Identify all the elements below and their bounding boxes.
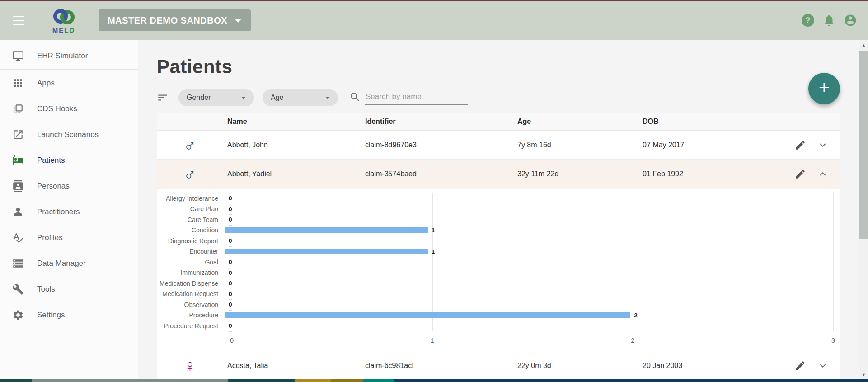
scroll-up-arrow-icon[interactable]: ▲ [859, 43, 868, 47]
patients-table: Name Identifier Age DOB ♂ Abbott, John c… [157, 113, 840, 381]
chart-row: Goal0 [157, 257, 840, 268]
menu-hamburger-icon[interactable] [11, 14, 26, 26]
chart-category-label: Condition [157, 226, 225, 234]
storage-icon [12, 258, 24, 269]
patient-name: Abbott, Yadiel [227, 170, 365, 178]
chart-category-label: Diagnostic Report [157, 237, 225, 245]
patient-identifier: claim-8d9670e3 [365, 141, 517, 149]
sidebar-item-label: Patients [37, 156, 65, 165]
chart-value-label: 2 [634, 312, 638, 319]
sidebar-item-label: EHR Simulator [37, 52, 88, 61]
chart-row: Procedure2 [157, 310, 840, 321]
sidebar-item-profiles[interactable]: Profiles [0, 225, 138, 250]
x-tick-label: 1 [431, 337, 434, 344]
patient-name: Acosta, Talia [227, 362, 365, 370]
column-header-dob: DOB [643, 118, 785, 126]
sandbox-selector-button[interactable]: MASTER DEMO SANDBOX [99, 9, 251, 31]
meld-wordmark: MELD [52, 26, 75, 34]
gear-icon [12, 309, 24, 321]
sidebar-item-settings[interactable]: Settings [0, 302, 138, 328]
sort-filter-icon[interactable] [157, 92, 169, 104]
meld-logo: MELD [45, 7, 82, 34]
collapse-row-icon[interactable] [817, 168, 829, 180]
row-actions [785, 360, 840, 372]
sidebar-item-apps[interactable]: Apps [0, 70, 138, 96]
help-icon[interactable]: ? [801, 14, 815, 27]
table-header-row: Name Identifier Age DOB [157, 113, 840, 131]
chart-bar [225, 249, 428, 254]
sidebar-item-label: Personas [37, 182, 70, 191]
chart-category-label: Procedure Request [157, 322, 225, 330]
column-header-age: Age [517, 118, 643, 126]
row-actions [785, 139, 840, 151]
chart-rows: Allergy Intolerance0Care Plan0Care Team0… [157, 193, 840, 331]
female-icon: ♀ [157, 357, 227, 374]
scrollbar-thumb[interactable] [859, 51, 868, 239]
patient-dob: 01 Feb 1992 [643, 170, 785, 178]
chart-row: Medication Dispense0 [157, 278, 840, 289]
chart-row: Allergy Intolerance0 [157, 193, 840, 204]
sandbox-caret-icon [235, 19, 242, 23]
edit-pencil-icon[interactable] [794, 360, 806, 372]
sidebar-item-practitioners[interactable]: Practitioners [0, 199, 138, 225]
sandbox-selector-label: MASTER DEMO SANDBOX [108, 15, 227, 26]
chart-value-label: 1 [432, 227, 435, 234]
gender-filter-dropdown[interactable]: Gender [178, 89, 254, 106]
chart-category-label: Immunization [157, 269, 225, 276]
bottom-color-strip [0, 379, 868, 382]
sidebar-item-tools[interactable]: Tools [0, 276, 138, 302]
chart-row: Immunization0 [157, 268, 840, 278]
chart-row: Diagnostic Report0 [157, 236, 840, 246]
chart-category-label: Encounter [157, 248, 225, 255]
search-input[interactable] [365, 90, 468, 105]
sidebar: EHR Simulator Apps CDS Hooks Launch Scen… [0, 40, 138, 382]
chart-row: Care Team0 [157, 214, 840, 225]
scroll-down-arrow-icon[interactable]: ▼ [859, 373, 868, 377]
account-icon[interactable] [844, 14, 857, 27]
chart-value-label: 0 [229, 322, 232, 329]
add-patient-button[interactable]: + [808, 73, 840, 104]
patient-row[interactable]: ♀ Acosta, Talia claim-6c981acf 22y 0m 3d… [157, 352, 840, 381]
patient-dob: 20 Jan 2003 [643, 362, 785, 370]
patient-age: 32y 11m 22d [517, 170, 643, 178]
topbar-actions: ? [801, 14, 868, 27]
chart-row: Procedure Request0 [157, 321, 840, 331]
sidebar-item-personas[interactable]: Personas [0, 173, 138, 199]
expand-row-icon[interactable] [817, 139, 829, 151]
patient-bed-icon [12, 155, 24, 166]
chart-category-label: Care Plan [157, 205, 225, 212]
edit-pencil-icon[interactable] [794, 168, 806, 180]
expand-row-icon[interactable] [817, 360, 829, 372]
chart-value-label: 0 [229, 195, 232, 202]
chart-value-label: 0 [229, 206, 232, 212]
sidebar-item-cds-hooks[interactable]: CDS Hooks [0, 96, 138, 122]
sidebar-item-label: Practitioners [37, 208, 80, 217]
sidebar-item-label: CDS Hooks [37, 104, 77, 113]
patient-name: Abbott, John [227, 141, 365, 149]
row-actions [785, 168, 840, 180]
chart-category-label: Medication Dispense [157, 280, 225, 287]
chevron-down-icon [239, 93, 249, 103]
chart-value-label: 0 [229, 237, 232, 244]
chart-category-label: Procedure [157, 311, 225, 319]
sidebar-item-ehr-simulator[interactable]: EHR Simulator [0, 43, 138, 69]
chart-value-label: 0 [229, 259, 232, 265]
notifications-bell-icon[interactable] [822, 14, 836, 27]
chart-category-label: Care Team [157, 216, 225, 223]
age-filter-dropdown[interactable]: Age [263, 89, 338, 106]
sidebar-item-label: Data Manager [37, 259, 86, 268]
sidebar-item-patients[interactable]: Patients [0, 147, 138, 173]
sidebar-item-launch-scenarios[interactable]: Launch Scenarios [0, 122, 138, 147]
patient-row[interactable]: ♂ Abbott, Yadiel claim-3574baed 32y 11m … [157, 160, 840, 189]
x-tick-label: 2 [631, 337, 634, 344]
patient-age: 22y 0m 3d [517, 362, 643, 370]
edit-pencil-icon[interactable] [794, 139, 806, 151]
resource-count-chart: Allergy Intolerance0Care Plan0Care Team0… [157, 189, 840, 352]
launch-icon [12, 129, 24, 141]
sidebar-item-data-manager[interactable]: Data Manager [0, 250, 138, 276]
vertical-scrollbar[interactable]: ▲ ▼ [859, 40, 868, 382]
patient-row[interactable]: ♂ Abbott, John claim-8d9670e3 7y 8m 16d … [157, 131, 840, 160]
contact-card-icon [12, 180, 24, 192]
chart-value-label: 0 [229, 291, 232, 297]
x-tick-label: 3 [831, 337, 835, 344]
